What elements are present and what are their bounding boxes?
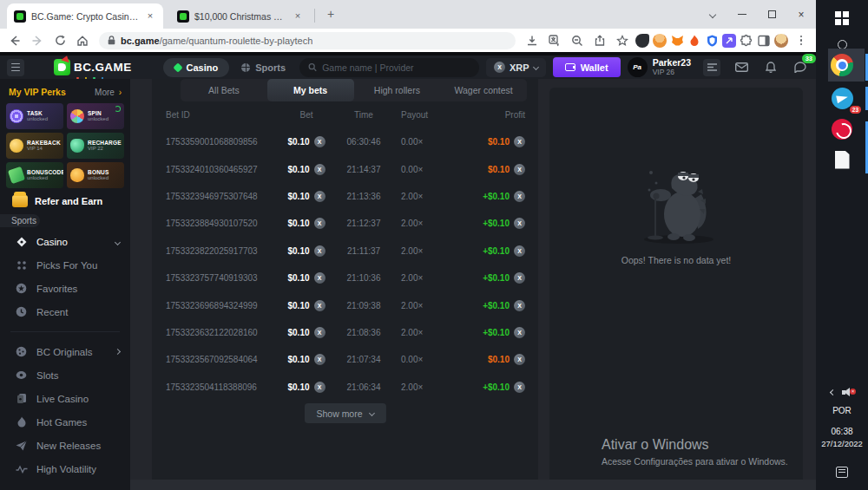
home-icon[interactable] [73,31,92,50]
xrp-coin-icon: X [514,191,525,202]
col-payout: Payout [391,110,469,120]
table-row: 1753323757740919303$0.10X21:10:362.00×+$… [152,265,538,291]
sidebar-item-new-releases[interactable]: New Releases [0,434,130,457]
table-row: 1753324010360465927$0.10X21:14:370.00×$0… [152,155,538,182]
ext-shield-icon[interactable] [705,34,719,48]
ext-metamask-icon[interactable] [670,34,684,48]
new-tab-button[interactable]: + [323,7,339,23]
maximize-button[interactable] [757,0,786,29]
perk-rakeback[interactable]: RAKEBACKVIP 14 [6,133,63,159]
sidebar-item-slots[interactable]: Slots [0,363,130,387]
sports-ball-icon [241,63,250,72]
close-button[interactable]: × [786,0,816,29]
action-center-icon[interactable] [816,464,868,480]
ext-falcon-icon[interactable] [635,34,649,48]
sidebar-item-label: New Releases [36,441,101,451]
user-profile[interactable]: Pa Parker23 VIP 26 [628,57,691,77]
tab-wager-contest[interactable]: Wager contest [440,79,527,101]
sidebar-item-casino[interactable]: Casino [0,231,130,253]
perk-subtitle: unlocked [27,116,48,122]
bet-id: 1753359001068809856 [166,137,276,147]
tab-all-bets[interactable]: All Bets [181,79,267,101]
bet-amount: $0.10X [276,382,337,393]
show-more-button[interactable]: Show more [304,403,385,423]
tab-search-chevron-icon[interactable] [698,0,727,29]
perk-subtitle: unlocked [27,175,60,181]
download-icon[interactable] [523,31,542,50]
bet-list-icon[interactable] [703,59,720,76]
bet-payout: 2.00× [391,192,469,201]
sidebar-sports-label[interactable]: Sports [0,214,40,227]
perk-recharge[interactable]: RECHARGEVIP 22 [67,133,124,159]
wallet-label: Wallet [581,62,608,73]
sidebar-item-picks-for-you[interactable]: Picks For You [0,253,130,277]
bet-profit: +$0.10X [469,382,525,393]
browser-tab-bar: BC.Game: Crypto Casino Games × $10,000 C… [0,0,816,29]
notepad-taskbar-icon[interactable] [816,147,868,172]
bet-payout: 0.00× [391,137,469,147]
currency-selector[interactable]: X XRP [486,58,546,77]
wallet-button[interactable]: Wallet [553,57,621,77]
ext-flame-icon[interactable] [687,34,701,48]
refer-and-earn[interactable]: Refer and Earn [0,188,130,214]
site-header: BC.GAME Casino Sports [0,56,816,79]
zoom-icon[interactable] [568,31,587,50]
chat-icon[interactable]: 33 [792,59,809,76]
bcgame-logo[interactable]: BC.GAME [54,59,132,75]
clock-date[interactable]: 27/12/2022 [816,439,868,448]
sidebar-item-high-volatility[interactable]: High Volatility [0,457,130,480]
tab-my-bets[interactable]: My bets [267,79,354,101]
sidebar-item-recent[interactable]: Recent [0,300,130,323]
ext-person-icon[interactable] [653,34,667,48]
sidebar-item-hot-games[interactable]: Hot Games [0,410,130,434]
translate-icon[interactable] [545,31,564,50]
sidebar-item-live-casino[interactable]: Live Casino [0,387,130,410]
forward-icon[interactable] [28,31,47,50]
minimize-button[interactable] [727,0,757,29]
telegram-taskbar-icon[interactable]: 23 [816,85,868,111]
sidebar-item-bc-originals[interactable]: BC Originals [0,340,130,363]
bookmark-star-icon[interactable] [613,31,632,50]
browser-menu-icon[interactable] [792,31,811,50]
clock-time[interactable]: 06:38 [816,427,868,436]
browser-tab-2[interactable]: $10,000 Christmas week special × [170,3,311,29]
tab-close-icon[interactable]: × [292,10,304,23]
tab-close-icon[interactable]: × [144,10,156,23]
search-input[interactable] [322,62,470,73]
vip-perks-more[interactable]: More › [95,88,122,97]
back-icon[interactable] [5,31,24,50]
sidebar-item-label: Hot Games [36,417,87,428]
profile-avatar[interactable] [774,34,788,48]
sidebar-item-favorites[interactable]: Favorites [0,277,130,300]
bet-profit: +$0.10X [469,300,525,311]
browser-tab-1[interactable]: BC.Game: Crypto Casino Games × [7,3,163,29]
notifications-bell-icon[interactable] [762,59,779,76]
perk-spin[interactable]: SPINunlocked [67,103,124,129]
address-bar[interactable]: bc.game/game/quantum-roulette-by-playtec… [99,32,516,49]
side-panel-icon[interactable] [757,34,771,48]
extensions-puzzle-icon[interactable] [740,34,753,48]
ext-purple-icon[interactable] [722,34,736,48]
perk-title: BONUS [88,169,108,175]
perk-bonuscode[interactable]: BONUSCODEunlocked [6,162,63,188]
tab-high-rollers[interactable]: High rollers [354,79,441,101]
game-search[interactable] [299,58,479,77]
perk-task[interactable]: TASKunlocked [6,103,63,129]
nav-sports-tab[interactable]: Sports [234,62,293,73]
table-row: 1753323946975307648$0.10X21:13:362.00×+$… [152,183,538,210]
chevron-down-icon [369,410,375,416]
vip-level: VIP 26 [653,69,691,76]
perk-bonus[interactable]: BONUSunlocked [67,162,124,188]
start-button[interactable] [816,5,868,31]
language-indicator[interactable]: POR [816,406,868,415]
nav-casino-tab[interactable]: Casino [163,58,230,77]
reload-icon[interactable] [50,31,69,50]
spin-timer-icon [115,106,121,112]
menu-burger-icon[interactable] [7,59,24,76]
chrome-taskbar-icon[interactable] [816,54,868,76]
bet-amount: $0.10X [276,245,337,257]
share-icon[interactable] [590,31,609,50]
red-app-taskbar-icon[interactable] [816,118,868,140]
hidden-icons-chevron[interactable] [830,389,836,395]
inbox-icon[interactable] [733,59,750,76]
